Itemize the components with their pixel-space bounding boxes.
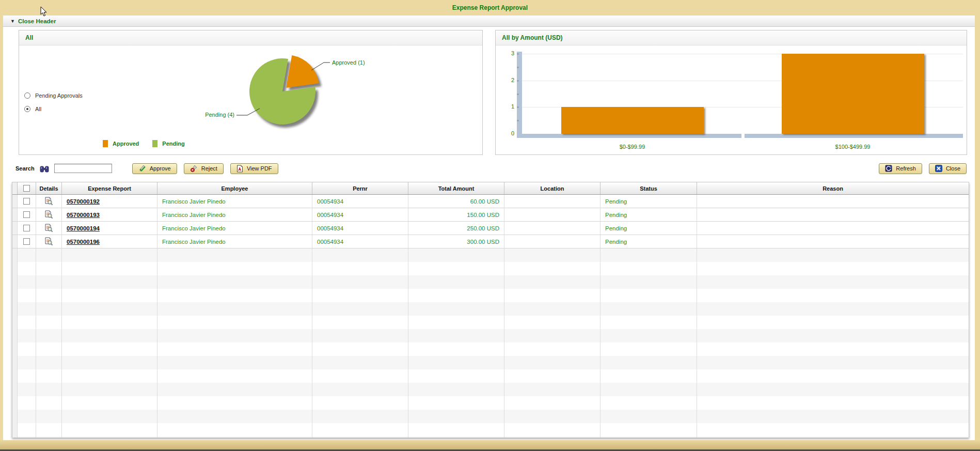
details-magnifier-document-icon[interactable]	[44, 197, 53, 206]
row-selector-strip[interactable]	[12, 222, 18, 235]
refresh-icon	[885, 165, 892, 172]
details-magnifier-document-icon[interactable]	[44, 237, 53, 246]
utility-buttons: Refresh Close	[872, 163, 967, 174]
pernr-cell: 00054934	[312, 195, 408, 208]
row-checkbox[interactable]	[23, 225, 30, 231]
expense-report-link[interactable]: 0570000196	[67, 239, 100, 245]
empty-cell	[36, 356, 62, 369]
empty-cell	[312, 437, 408, 438]
empty-cell	[62, 329, 157, 343]
y-tick-label: 1	[501, 103, 514, 110]
status-cell: Pending	[600, 222, 697, 235]
row-selector-strip[interactable]	[12, 208, 18, 221]
title-bar: Expense Report Approval	[0, 0, 980, 15]
empty-cell	[157, 275, 312, 289]
mouse-cursor-icon	[40, 6, 48, 17]
empty-cell	[62, 437, 157, 438]
empty-cell	[18, 437, 36, 438]
empty-cell	[157, 248, 312, 262]
empty-cell	[697, 410, 969, 423]
empty-cell	[62, 423, 157, 437]
empty-row	[12, 316, 969, 329]
details-magnifier-document-icon[interactable]	[44, 210, 53, 219]
empty-row	[12, 383, 969, 396]
close-button[interactable]: Close	[929, 163, 967, 174]
empty-cell	[12, 410, 18, 423]
row-details-cell	[36, 222, 62, 235]
empty-cell	[408, 369, 504, 383]
empty-cell	[36, 410, 62, 423]
empty-cell	[18, 356, 36, 369]
empty-cell	[12, 262, 18, 275]
empty-cell	[36, 423, 62, 437]
empty-cell	[12, 356, 18, 369]
bottom-frame-bar	[0, 440, 980, 451]
empty-cell	[12, 343, 18, 356]
empty-cell	[600, 343, 697, 356]
x-axis-segment	[522, 134, 741, 138]
empty-cell	[697, 289, 969, 302]
empty-cell	[697, 423, 969, 437]
approve-pen-check-icon	[138, 165, 146, 172]
empty-cell	[504, 396, 600, 410]
header-pernr: Pernr	[312, 182, 408, 194]
empty-cell	[312, 356, 408, 369]
binoculars-search-icon[interactable]	[40, 165, 49, 173]
select-all-checkbox[interactable]	[23, 185, 30, 192]
pie-label-approved: Approved (1)	[332, 59, 365, 66]
reject-button-label: Reject	[201, 165, 217, 172]
empty-cell	[12, 248, 18, 262]
expense-report-link[interactable]: 0570000193	[67, 212, 100, 218]
empty-cell	[504, 423, 600, 437]
y-axis-notch	[517, 67, 519, 68]
empty-cell	[12, 275, 18, 289]
y-tick-label: 3	[501, 50, 514, 56]
empty-cell	[12, 396, 18, 410]
empty-cell	[36, 369, 62, 383]
row-selector-strip[interactable]	[12, 235, 18, 248]
close-header-toggle[interactable]: ▼ Close Header	[3, 15, 975, 27]
table-row: 0570000196 Francisco Javier Pinedo 00054…	[12, 235, 969, 248]
empty-cell	[600, 396, 697, 410]
empty-cell	[504, 369, 600, 383]
refresh-button-label: Refresh	[896, 165, 916, 172]
approve-button[interactable]: Approve	[132, 163, 177, 174]
pernr-cell: 00054934	[312, 222, 408, 235]
reason-cell	[697, 195, 969, 208]
action-buttons: Approve Reject	[125, 163, 278, 174]
table-row: 0570000194 Francisco Javier Pinedo 00054…	[12, 222, 969, 235]
row-details-cell	[36, 208, 62, 221]
close-x-icon	[935, 165, 942, 172]
view-pdf-button[interactable]: View PDF	[230, 163, 278, 174]
location-cell	[504, 222, 600, 235]
reject-button[interactable]: Reject	[184, 163, 224, 174]
empty-cell	[157, 356, 312, 369]
empty-cell	[312, 369, 408, 383]
expense-report-cell: 0570000196	[62, 235, 157, 248]
empty-cell	[600, 437, 697, 438]
search-input[interactable]	[54, 164, 112, 173]
row-checkbox[interactable]	[23, 238, 30, 245]
details-magnifier-document-icon[interactable]	[44, 224, 53, 232]
empty-cell	[36, 316, 62, 329]
employee-cell: Francisco Javier Pinedo	[157, 235, 312, 248]
expense-report-link[interactable]: 0570000192	[67, 198, 100, 205]
total-amount-cell: 150.00 USD	[408, 208, 504, 221]
header-details: Details	[36, 182, 62, 194]
expense-report-link[interactable]: 0570000194	[67, 225, 100, 231]
row-checkbox[interactable]	[23, 211, 30, 218]
empty-row	[12, 410, 969, 423]
empty-cell	[62, 316, 157, 329]
empty-cell	[600, 383, 697, 396]
refresh-button[interactable]: Refresh	[879, 163, 922, 174]
location-cell	[504, 208, 600, 221]
empty-cell	[600, 329, 697, 343]
empty-cell	[504, 437, 600, 438]
empty-cell	[18, 262, 36, 275]
row-selector-strip[interactable]	[12, 195, 18, 208]
row-checkbox[interactable]	[23, 198, 30, 205]
empty-cell	[600, 423, 697, 437]
empty-cell	[408, 356, 504, 369]
close-button-label: Close	[946, 165, 960, 172]
empty-cell	[408, 248, 504, 262]
